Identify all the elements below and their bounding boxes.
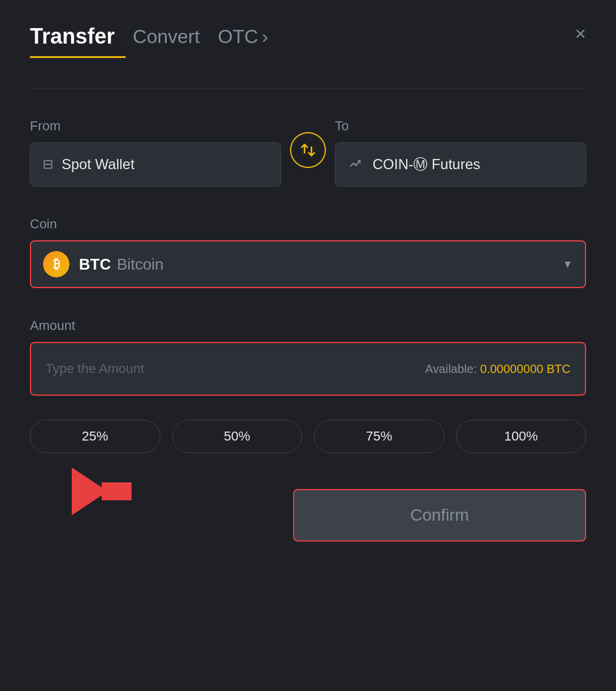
btc-icon: ₿ [43, 251, 69, 277]
modal-header: Transfer Convert OTC › [30, 24, 586, 49]
pct-25-button[interactable]: 25% [30, 420, 160, 453]
active-tab-underline [30, 56, 126, 58]
pct-100-button[interactable]: 100% [456, 420, 587, 453]
to-wallet-select[interactable]: COIN-Ⓜ Futures [335, 142, 586, 186]
to-label: To [335, 118, 586, 134]
tab-convert[interactable]: Convert [133, 26, 200, 48]
card-icon: ⊟ [42, 157, 53, 172]
from-wallet-name: Spot Wallet [62, 156, 135, 173]
from-group: From ⊟ Spot Wallet [30, 118, 281, 186]
chevron-down-icon: ▼ [562, 258, 573, 271]
futures-icon [347, 156, 362, 173]
coin-label: Coin [30, 216, 586, 232]
header-divider [30, 88, 586, 88]
swap-wrapper [281, 132, 335, 173]
coin-section: Coin ₿ BTC Bitcoin ▼ [30, 216, 586, 288]
pct-50-button[interactable]: 50% [172, 420, 303, 453]
svg-rect-1 [102, 482, 132, 500]
from-label: From [30, 118, 281, 134]
swap-button[interactable] [290, 132, 326, 168]
available-value: 0.00000000 BTC [477, 362, 571, 376]
amount-placeholder: Type the Amount [45, 361, 425, 377]
confirm-button[interactable]: Confirm [293, 489, 586, 542]
pct-75-button[interactable]: 75% [314, 420, 444, 453]
from-to-section: From ⊟ Spot Wallet To [30, 118, 586, 186]
transfer-modal: Transfer Convert OTC › × From ⊟ Spot Wal… [0, 0, 616, 691]
close-button[interactable]: × [575, 24, 586, 43]
amount-label: Amount [30, 318, 586, 334]
amount-input-box[interactable]: Type the Amount Available: 0.00000000 BT… [30, 342, 586, 396]
amount-section: Amount Type the Amount Available: 0.0000… [30, 318, 586, 396]
coin-symbol: BTC [79, 255, 111, 274]
percent-buttons: 25% 50% 75% 100% [30, 420, 586, 453]
coin-dropdown[interactable]: ₿ BTC Bitcoin ▼ [30, 240, 586, 288]
to-wallet-name: COIN-Ⓜ Futures [373, 155, 480, 174]
tab-transfer[interactable]: Transfer [30, 24, 115, 49]
available-label: Available: [425, 362, 477, 376]
from-wallet-select[interactable]: ⊟ Spot Wallet [30, 142, 281, 186]
chevron-right-icon: › [262, 26, 269, 48]
coin-fullname: Bitcoin [117, 255, 163, 274]
to-group: To COIN-Ⓜ Futures [335, 118, 586, 186]
tab-otc[interactable]: OTC › [218, 26, 268, 48]
arrow-indicator [66, 455, 138, 530]
confirm-section: Confirm [30, 489, 586, 542]
